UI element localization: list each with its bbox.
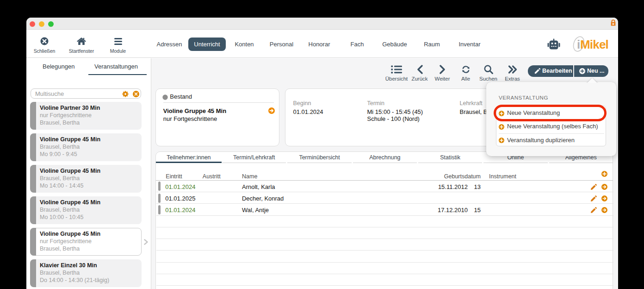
svg-text:Mikel: Mikel: [580, 38, 608, 51]
